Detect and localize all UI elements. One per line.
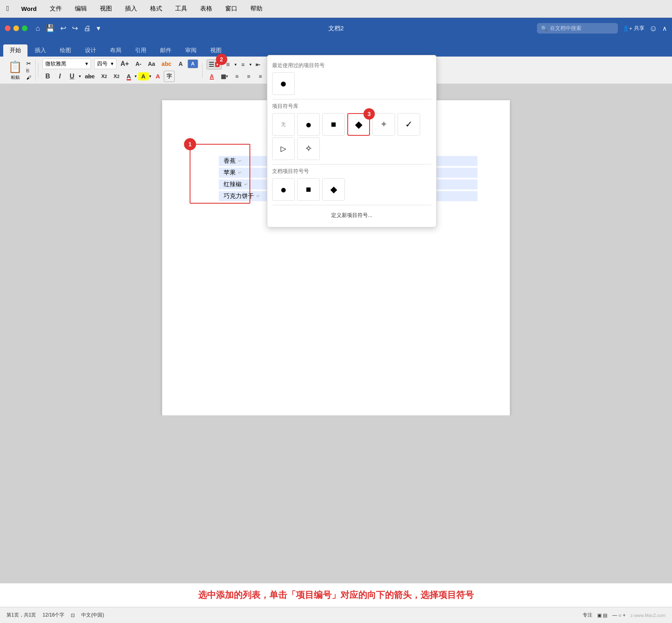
highlight-color-arrow[interactable]: ▾ (149, 74, 151, 78)
superscript-button[interactable]: X2 (111, 72, 122, 81)
tab-design[interactable]: 设计 (78, 44, 103, 57)
doc-bullet-circle[interactable]: ● (272, 178, 295, 201)
library-section-title: 项目符号库 (272, 103, 431, 110)
more-icon[interactable]: ▾ (97, 24, 100, 33)
return-mark-apple: ↵ (238, 170, 242, 175)
cut-icon[interactable]: ✂ (26, 60, 31, 67)
tab-home[interactable]: 开始 (3, 44, 27, 57)
item-text-cookie: 巧克力饼干 (224, 192, 254, 200)
strikethrough-button[interactable]: abc (82, 72, 97, 81)
subscript-button[interactable]: X2 (99, 72, 110, 81)
tab-mailings[interactable]: 邮件 (154, 44, 178, 57)
text-color-group2: A 字 (153, 71, 175, 82)
menu-insert[interactable]: 插入 (123, 4, 139, 13)
font-color-arrow[interactable]: ▾ (135, 74, 137, 78)
numbered-list-arrow[interactable]: ▾ (235, 62, 237, 67)
share-button[interactable]: 👤+ 共享 (623, 25, 645, 32)
font-size-arrow: ▾ (111, 61, 114, 67)
review-track-icon: ⊡ (71, 612, 75, 618)
menu-edit[interactable]: 编辑 (72, 4, 89, 13)
shading-arrow[interactable]: ▾ (226, 74, 228, 78)
tab-references[interactable]: 引用 (129, 44, 153, 57)
doc-bullet-square[interactable]: ■ (297, 178, 320, 201)
font-name-arrow: ▾ (85, 61, 88, 67)
item-text-pepper: 红辣椒 (224, 181, 242, 188)
print-icon[interactable]: 🖨 (84, 24, 91, 33)
apple-menu[interactable]:  (6, 4, 9, 13)
define-new-button[interactable]: 定义新项目符号... (272, 208, 431, 222)
menu-tools[interactable]: 工具 (173, 4, 190, 13)
recent-bullet-circle[interactable]: ● (272, 72, 295, 95)
library-grid-row2: ▷ ✧ (272, 137, 431, 160)
zoom-controls: — ○ + (612, 612, 626, 618)
highlight-button[interactable]: abc (159, 59, 174, 69)
focus-mode-btn[interactable]: 专注 (583, 612, 592, 619)
decrease-font-button[interactable]: A- (133, 59, 144, 69)
font-char-button[interactable]: 字 (164, 71, 175, 82)
menu-help[interactable]: 帮助 (248, 4, 265, 13)
font-color-button[interactable]: A (124, 71, 134, 81)
title-bar-left: ⌂ 💾 ↩ ↪ 🖨 ▾ (5, 24, 100, 33)
tab-draw[interactable]: 绘图 (53, 44, 78, 57)
font-name-dropdown[interactable]: 微软雅黑 ▾ (42, 59, 91, 69)
underline-button[interactable]: U (67, 71, 77, 82)
decrease-indent-button[interactable]: ⇤ (253, 60, 263, 69)
tab-insert[interactable]: 插入 (28, 44, 53, 57)
step2-badge: 2 (216, 54, 227, 65)
tab-review[interactable]: 审阅 (179, 44, 203, 57)
font-size-dropdown[interactable]: 四号 ▾ (94, 59, 116, 69)
word-count: 12/16个字 (42, 612, 64, 619)
divider-1 (272, 99, 431, 99)
bullet-4star-outline[interactable]: ✧ (297, 137, 320, 160)
app-name-menu[interactable]: Word (19, 4, 39, 13)
menu-format[interactable]: 格式 (148, 4, 165, 13)
bullet-star4[interactable]: ✦ (372, 113, 395, 136)
bold-button[interactable]: B (42, 71, 53, 82)
doc-bullet-diamond[interactable]: ◆ (322, 178, 345, 201)
save-icon[interactable]: 💾 (46, 24, 55, 33)
multilevel-list-button[interactable]: ≡ (238, 60, 248, 69)
minimize-button[interactable] (13, 25, 19, 31)
align-center-button[interactable]: ≡ (243, 72, 254, 81)
bullet-filled-square[interactable]: ■ (322, 113, 345, 136)
shading-button[interactable]: ▦ ▾ (218, 72, 230, 81)
format-painter-icon[interactable]: 🖌 (26, 75, 31, 80)
bullet-arrow-right[interactable]: ▷ (272, 137, 295, 160)
text-effects-button[interactable]: A (188, 59, 198, 68)
increase-font-button[interactable]: A+ (118, 59, 131, 69)
menu-window[interactable]: 窗口 (223, 4, 240, 13)
smiley-icon[interactable]: ☺ (649, 24, 657, 33)
align-left-button[interactable]: ≡ (232, 72, 242, 81)
close-button[interactable] (5, 25, 11, 31)
bullet-filled-diamond[interactable]: ◆ 3 (347, 113, 370, 136)
clear-format-button[interactable]: A (175, 59, 186, 69)
home-icon[interactable]: ⌂ (36, 24, 40, 33)
document-title: 文档2 (328, 25, 344, 32)
multilevel-arrow[interactable]: ▾ (249, 62, 251, 67)
redo-icon[interactable]: ↪ (72, 24, 78, 33)
bullet-checkmark[interactable]: ✓ (397, 113, 420, 136)
instruction-text: 选中添加的列表，单击「项目编号」对应的向下的箭头，选择项目符号 (0, 589, 672, 601)
undo-icon[interactable]: ↩ (60, 24, 66, 33)
search-box[interactable]: 🔍 在文档中搜索 (537, 23, 618, 34)
collapse-icon[interactable]: ∧ (662, 25, 667, 32)
italic-button[interactable]: I (55, 71, 65, 82)
font-color-A[interactable]: A (207, 72, 217, 81)
underline-arrow[interactable]: ▾ (79, 74, 81, 78)
change-case-button[interactable]: Aa (146, 59, 158, 69)
tab-layout[interactable]: 布局 (104, 44, 128, 57)
traffic-lights (5, 25, 27, 31)
align-right-button[interactable]: ≡ (255, 72, 266, 81)
fullscreen-button[interactable] (22, 25, 27, 31)
text-color-button2[interactable]: A (153, 71, 163, 81)
bullet-filled-circle[interactable]: ● (297, 113, 320, 136)
menu-view[interactable]: 视图 (97, 4, 114, 13)
paste-button[interactable]: 📋 粘贴 (6, 59, 25, 82)
copy-icon[interactable]: ⎘ (26, 68, 31, 74)
bullet-dropdown-popup: 最近使用过的项目符号 ● 项目符号库 无 ● ■ ◆ 3 ✦ ✓ ▷ ✧ 文档项… (267, 55, 437, 227)
menu-table[interactable]: 表格 (198, 4, 215, 13)
document-bullets-grid: ● ■ ◆ (272, 178, 431, 201)
menu-file[interactable]: 文件 (47, 4, 64, 13)
highlight-color-button[interactable]: A (138, 72, 149, 80)
bullet-none[interactable]: 无 (272, 113, 295, 136)
